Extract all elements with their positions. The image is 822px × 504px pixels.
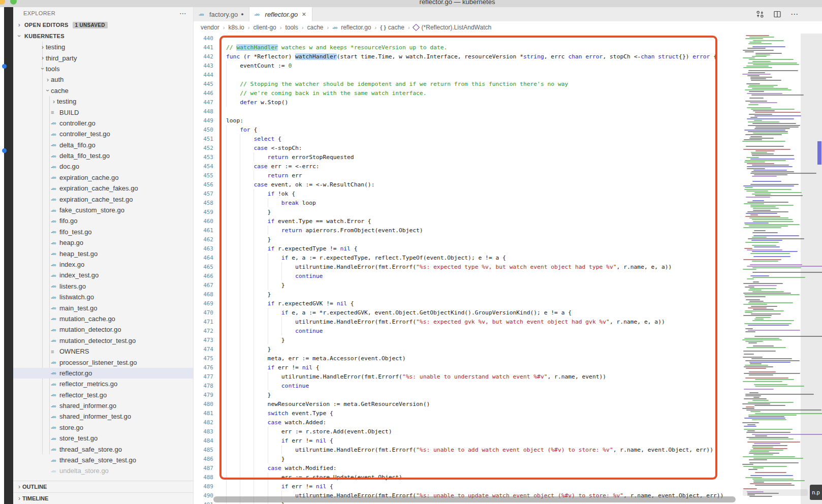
outline-section[interactable]: › OUTLINE bbox=[13, 481, 193, 492]
code-token: , r.name, e, a)) bbox=[610, 319, 665, 325]
code-token: utilruntime.HandleError(fmt.Errorf( bbox=[295, 319, 416, 325]
file-tree[interactable]: ›testing›third_party›tools›auth›cache›te… bbox=[13, 42, 193, 481]
tree-file-mutation_detector.go[interactable]: -∞mutation_detector.go bbox=[13, 324, 193, 335]
minimap[interactable] bbox=[741, 34, 822, 504]
minimap-line bbox=[749, 91, 764, 92]
tab-reflector.go[interactable]: -∞reflector.go× bbox=[249, 7, 313, 21]
tree-folder-auth[interactable]: ›auth bbox=[13, 74, 193, 85]
tree-file-thread_safe_store.go[interactable]: -∞thread_safe_store.go bbox=[13, 444, 193, 454]
tree-folder-third_party[interactable]: ›third_party bbox=[13, 52, 193, 63]
tree-file-fake_custom_store.go[interactable]: -∞fake_custom_store.go bbox=[13, 205, 193, 215]
breadcrumb-item[interactable]: vendor bbox=[201, 24, 219, 31]
zoom-button[interactable] bbox=[10, 0, 17, 5]
explorer-more-actions-icon[interactable]: ⋯ bbox=[179, 9, 187, 17]
tree-file-shared_informer.go[interactable]: -∞shared_informer.go bbox=[13, 400, 193, 411]
minimap-line bbox=[753, 235, 799, 236]
tree-file-reflector.go[interactable]: -∞reflector.go bbox=[13, 368, 193, 379]
minimap-line bbox=[745, 296, 765, 297]
code-token: , errc bbox=[544, 53, 568, 60]
tree-file-processor_listener_test.go[interactable]: -∞processor_listener_test.go bbox=[13, 357, 193, 367]
tree-file-listwatch.go[interactable]: -∞listwatch.go bbox=[13, 292, 193, 302]
minimap-line bbox=[749, 37, 774, 38]
tree-item-label: mutation_detector_test.go bbox=[59, 337, 136, 344]
tree-folder-testing[interactable]: ›testing bbox=[13, 96, 193, 107]
tree-file-fifo.go[interactable]: -∞fifo.go bbox=[13, 215, 193, 226]
code-token: if bbox=[281, 309, 289, 316]
tree-file-controller_test.go[interactable]: -∞controller_test.go bbox=[13, 129, 193, 139]
tree-file-listers.go[interactable]: -∞listers.go bbox=[13, 281, 193, 292]
indent-guides bbox=[226, 88, 240, 98]
tree-folder-testing[interactable]: ›testing bbox=[13, 42, 193, 52]
breadcrumb-item[interactable]: (*Reflector).ListAndWatch bbox=[414, 24, 492, 31]
breadcrumb-item[interactable]: tools bbox=[285, 24, 298, 31]
code-token: } bbox=[268, 291, 271, 298]
tree-file-controller.go[interactable]: -∞controller.go bbox=[13, 118, 193, 129]
split-editor-icon[interactable] bbox=[773, 10, 781, 18]
tree-file-BUILD[interactable]: ≡BUILD bbox=[13, 107, 193, 117]
minimap-line bbox=[749, 288, 776, 289]
minimap-line bbox=[751, 171, 795, 172]
tree-folder-tools[interactable]: ›tools bbox=[13, 64, 193, 74]
breadcrumb-item[interactable]: k8s.io bbox=[228, 24, 244, 31]
tree-file-mutation_cache.go[interactable]: -∞mutation_cache.go bbox=[13, 313, 193, 324]
tab-factory.go[interactable]: -∞factory.go● bbox=[194, 7, 249, 21]
tree-file-undelta_store.go[interactable]: -∞undelta_store.go bbox=[13, 465, 193, 476]
activity-bar[interactable] bbox=[4, 7, 13, 504]
tree-file-reflector_test.go[interactable]: -∞reflector_test.go bbox=[13, 390, 193, 400]
tree-file-delta_fifo.go[interactable]: -∞delta_fifo.go bbox=[13, 140, 193, 150]
tree-file-expiration_cache_fakes.go[interactable]: -∞expiration_cache_fakes.go bbox=[13, 183, 193, 194]
tree-file-shared_informer_test.go[interactable]: -∞shared_informer_test.go bbox=[13, 411, 193, 422]
breadcrumb-item[interactable]: client-go bbox=[253, 24, 276, 31]
tree-file-heap_test.go[interactable]: -∞heap_test.go bbox=[13, 248, 193, 259]
open-changes-icon[interactable] bbox=[756, 10, 764, 18]
horizontal-scrollbar[interactable] bbox=[213, 496, 736, 502]
code-token: case bbox=[254, 145, 267, 151]
tree-file-index_test.go[interactable]: -∞index_test.go bbox=[13, 270, 193, 280]
tree-file-doc.go[interactable]: -∞doc.go bbox=[13, 161, 193, 172]
tree-file-thread_safe_store_test.go[interactable]: -∞thread_safe_store_test.go bbox=[13, 455, 193, 465]
tree-file-index.go[interactable]: -∞index.go bbox=[13, 259, 193, 270]
code-line-477: 477utilruntime.HandleError(fmt.Errorf("%… bbox=[194, 372, 741, 381]
tree-file-store.go[interactable]: -∞store.go bbox=[13, 422, 193, 433]
breadcrumb-separator-icon: › bbox=[223, 24, 225, 30]
indent-guides bbox=[226, 299, 268, 308]
breadcrumb-item[interactable]: { }cache bbox=[380, 24, 404, 31]
minimize-button[interactable] bbox=[0, 0, 5, 5]
breadcrumb-item[interactable]: -∞reflector.go bbox=[332, 24, 371, 31]
tree-file-expiration_cache.go[interactable]: -∞expiration_cache.go bbox=[13, 172, 193, 183]
go-file-icon: -∞ bbox=[51, 185, 59, 192]
tree-file-reflector_metrics.go[interactable]: -∞reflector_metrics.go bbox=[13, 379, 193, 389]
code-token: } bbox=[268, 346, 271, 353]
explorer-sidebar: EXPLORER ⋯ › OPEN EDITORS 1 UNSAVED › KU… bbox=[13, 7, 194, 504]
timeline-section[interactable]: › TIMELINE bbox=[13, 492, 193, 504]
tree-file-heap.go[interactable]: -∞heap.go bbox=[13, 237, 193, 248]
minimap-line bbox=[749, 362, 791, 363]
tree-folder-cache[interactable]: ›cache bbox=[13, 85, 193, 96]
open-editors-section[interactable]: › OPEN EDITORS 1 UNSAVED bbox=[13, 19, 193, 30]
line-number: 458 bbox=[194, 200, 213, 206]
tree-item-label: expiration_cache.go bbox=[59, 174, 118, 181]
tree-file-mutation_detector_test.go[interactable]: -∞mutation_detector_test.go bbox=[13, 335, 193, 346]
minimap-line bbox=[754, 174, 787, 175]
tab-label: factory.go bbox=[209, 11, 238, 18]
tree-file-store_test.go[interactable]: -∞store_test.go bbox=[13, 433, 193, 444]
indent-guides bbox=[226, 189, 268, 198]
minimap-line bbox=[749, 438, 794, 439]
code-editor[interactable]: 440441// watchHandler watches w and keep… bbox=[194, 34, 741, 504]
tree-file-OWNERS[interactable]: ≡OWNERS bbox=[13, 346, 193, 357]
vertical-scrollbar-thumb[interactable] bbox=[817, 141, 821, 165]
project-root-label: KUBERNETES bbox=[24, 33, 65, 39]
minimap-line bbox=[750, 363, 762, 364]
minimap-line bbox=[747, 202, 789, 203]
tree-file-expiration_cache_test.go[interactable]: -∞expiration_cache_test.go bbox=[13, 194, 193, 204]
project-root-kubernetes[interactable]: › KUBERNETES bbox=[13, 30, 193, 42]
tree-file-fifo_test.go[interactable]: -∞fifo_test.go bbox=[13, 227, 193, 237]
code-token: , stopCh <- bbox=[603, 53, 641, 60]
breadcrumb-item[interactable]: cache bbox=[307, 24, 323, 31]
close-tab-icon[interactable]: × bbox=[301, 10, 307, 18]
code-token: e, a := *r.expectedGVK, event.Object.Get… bbox=[288, 309, 572, 316]
code-token: r.expectedGVK != bbox=[274, 300, 336, 307]
editor-more-actions-icon[interactable]: ⋯ bbox=[791, 10, 799, 19]
tree-file-main_test.go[interactable]: -∞main_test.go bbox=[13, 302, 193, 313]
tree-file-delta_fifo_test.go[interactable]: -∞delta_fifo_test.go bbox=[13, 150, 193, 161]
